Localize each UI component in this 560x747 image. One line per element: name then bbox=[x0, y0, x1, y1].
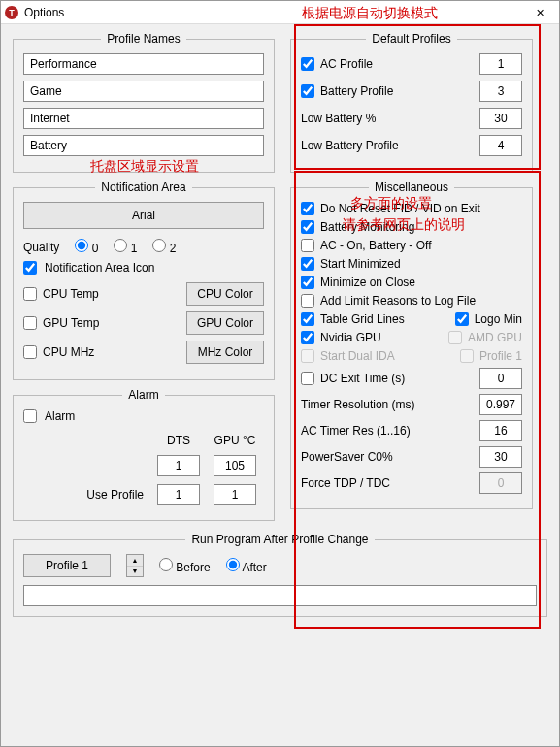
batt-mon-checkbox[interactable] bbox=[301, 220, 314, 234]
gpuc-header: GPU °C bbox=[208, 431, 262, 450]
after-option[interactable]: After bbox=[226, 558, 267, 574]
ac-profile-label: AC Profile bbox=[320, 57, 373, 71]
battery-profile-checkbox[interactable] bbox=[301, 84, 314, 98]
fieldset-profile-names: Profile Names bbox=[13, 32, 275, 173]
amd-checkbox bbox=[448, 331, 462, 344]
dc-exit-value[interactable] bbox=[479, 368, 522, 389]
batt-mon-label: Battery Monitoring bbox=[320, 220, 414, 234]
legend-notification: Notification Area bbox=[95, 180, 191, 194]
cpu-color-button[interactable]: CPU Color bbox=[186, 282, 264, 306]
before-option[interactable]: Before bbox=[159, 558, 211, 574]
dc-exit-label: DC Exit Time (s) bbox=[320, 372, 405, 385]
add-limit-label: Add Limit Reasons to Log File bbox=[320, 294, 476, 308]
battery-profile-value[interactable] bbox=[479, 81, 522, 102]
profile-name-3[interactable] bbox=[23, 108, 264, 129]
min-close-label: Minimize on Close bbox=[320, 276, 415, 289]
min-close-checkbox[interactable] bbox=[301, 276, 314, 289]
ac-on-checkbox[interactable] bbox=[301, 239, 314, 252]
logo-checkbox[interactable] bbox=[455, 312, 469, 326]
mhz-color-button[interactable]: MHz Color bbox=[186, 341, 264, 364]
close-button[interactable] bbox=[524, 2, 555, 23]
spin-up-icon: ▲ bbox=[127, 555, 143, 567]
ac-profile-value[interactable] bbox=[479, 53, 522, 75]
add-limit-checkbox[interactable] bbox=[301, 294, 314, 308]
dc-exit-checkbox[interactable] bbox=[301, 372, 314, 385]
profile-name-2[interactable] bbox=[23, 81, 264, 102]
spin-down-icon: ▼ bbox=[127, 567, 143, 577]
low-batt-prof-value[interactable] bbox=[479, 135, 522, 156]
notif-icon-checkbox[interactable] bbox=[23, 261, 37, 275]
quality-0-radio[interactable] bbox=[75, 239, 88, 252]
ac-profile-checkbox[interactable] bbox=[301, 57, 314, 71]
legend-default-profiles: Default Profiles bbox=[366, 32, 456, 46]
low-batt-prof-label: Low Battery Profile bbox=[301, 139, 399, 152]
quality-1-radio[interactable] bbox=[114, 239, 127, 252]
logo-label: Logo Min bbox=[475, 312, 522, 326]
alarm-prof-gpu[interactable] bbox=[214, 484, 256, 505]
no-reset-label: Do Not Reset FID / VID on Exit bbox=[320, 202, 480, 215]
run-path-input[interactable] bbox=[23, 585, 537, 606]
no-reset-checkbox[interactable] bbox=[301, 202, 314, 215]
close-icon bbox=[536, 6, 544, 19]
alarm-prof-dts[interactable] bbox=[157, 484, 200, 505]
low-batt-pct-value[interactable] bbox=[479, 108, 522, 129]
notif-icon-label: Notification Area Icon bbox=[45, 261, 154, 275]
cpu-temp-label: CPU Temp bbox=[43, 287, 99, 301]
psaver-value[interactable] bbox=[479, 446, 522, 468]
fieldset-alarm: Alarm Alarm DTS GPU °C bbox=[13, 388, 275, 521]
profile1-label: Profile 1 bbox=[479, 349, 522, 363]
legend-alarm: Alarm bbox=[122, 388, 164, 402]
profile-name-1[interactable] bbox=[23, 53, 264, 75]
fieldset-misc: Miscellaneous Do Not Reset FID / VID on … bbox=[290, 180, 533, 509]
profile1-checkbox bbox=[460, 349, 474, 363]
start-min-label: Start Minimized bbox=[320, 257, 401, 271]
quality-2-radio[interactable] bbox=[152, 239, 166, 252]
legend-misc: Miscellaneous bbox=[369, 180, 454, 194]
ac-on-label: AC - On, Battery - Off bbox=[320, 239, 431, 252]
psaver-label: PowerSaver C0% bbox=[301, 450, 393, 464]
dts-value[interactable] bbox=[157, 455, 200, 476]
fieldset-notification-area: Notification Area Arial Quality 0 1 2 No… bbox=[13, 180, 275, 380]
grid-checkbox[interactable] bbox=[301, 312, 314, 326]
gpu-temp-label: GPU Temp bbox=[43, 316, 99, 330]
battery-profile-label: Battery Profile bbox=[320, 84, 393, 98]
profile-name-4[interactable] bbox=[23, 135, 264, 156]
low-batt-pct-label: Low Battery % bbox=[301, 112, 376, 125]
ac-timer-value[interactable] bbox=[479, 420, 522, 441]
window-title: Options bbox=[24, 6, 524, 19]
amd-label: AMD GPU bbox=[468, 331, 522, 344]
legend-profile-names: Profile Names bbox=[101, 32, 185, 46]
gpuc-value[interactable] bbox=[214, 455, 256, 476]
timer-res-label: Timer Resolution (ms) bbox=[301, 398, 415, 411]
force-tdp-label: Force TDP / TDC bbox=[301, 476, 390, 490]
dual-ida-checkbox bbox=[301, 349, 314, 363]
before-radio[interactable] bbox=[159, 558, 173, 571]
run-profile-spinner[interactable]: ▲▼ bbox=[126, 554, 144, 577]
gpu-color-button[interactable]: GPU Color bbox=[186, 311, 264, 335]
ac-timer-label: AC Timer Res (1..16) bbox=[301, 424, 411, 438]
grid-label: Table Grid Lines bbox=[320, 312, 405, 326]
fieldset-run-program: Run Program After Profile Change Profile… bbox=[13, 533, 547, 617]
timer-res-value[interactable] bbox=[479, 394, 522, 415]
run-profile-button[interactable]: Profile 1 bbox=[23, 554, 111, 577]
nvidia-checkbox[interactable] bbox=[301, 331, 314, 344]
cpu-temp-checkbox[interactable] bbox=[23, 287, 37, 301]
dual-ida-label: Start Dual IDA bbox=[320, 349, 395, 363]
cpu-mhz-label: CPU MHz bbox=[43, 345, 94, 359]
cpu-mhz-checkbox[interactable] bbox=[23, 345, 37, 359]
fieldset-default-profiles: Default Profiles AC Profile Battery Prof… bbox=[290, 32, 533, 173]
after-radio[interactable] bbox=[226, 558, 240, 571]
nvidia-label: Nvidia GPU bbox=[320, 331, 381, 344]
font-button[interactable]: Arial bbox=[23, 202, 264, 229]
dts-header: DTS bbox=[151, 431, 206, 450]
app-icon: T bbox=[5, 6, 18, 19]
force-tdp-value bbox=[479, 472, 522, 494]
alarm-label: Alarm bbox=[45, 409, 75, 423]
legend-run: Run Program After Profile Change bbox=[185, 533, 374, 546]
use-profile-label: Use Profile bbox=[81, 481, 149, 508]
alarm-checkbox[interactable] bbox=[23, 409, 37, 423]
quality-label: Quality bbox=[23, 241, 59, 254]
gpu-temp-checkbox[interactable] bbox=[23, 316, 37, 330]
start-min-checkbox[interactable] bbox=[301, 257, 314, 271]
